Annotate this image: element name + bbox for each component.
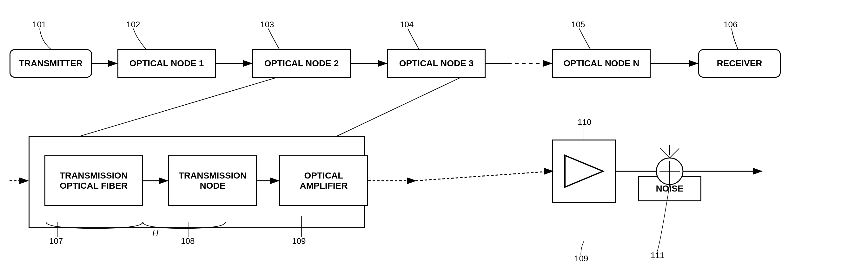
- ref-107: 107: [49, 236, 63, 246]
- svg-line-15: [416, 171, 552, 181]
- tx-node-box: TRANSMISSION NODE: [168, 155, 257, 206]
- ref-h: H: [152, 228, 158, 238]
- tx-fiber-box: TRANSMISSION OPTICAL FIBER: [44, 155, 143, 206]
- nodeN-box: OPTICAL NODE N: [552, 49, 651, 78]
- transmitter-box: TRANSMITTER: [9, 49, 92, 78]
- ref-109b: 109: [575, 254, 588, 264]
- ref-103: 103: [260, 20, 274, 30]
- receiver-box: RECEIVER: [698, 49, 781, 78]
- ref-109a: 109: [292, 236, 306, 246]
- ref-106: 106: [723, 20, 737, 30]
- noise-box: NOISE: [638, 176, 702, 201]
- ref-111: 111: [651, 250, 664, 260]
- ref-101: 101: [32, 20, 46, 30]
- svg-line-9: [79, 78, 276, 136]
- node2-box: OPTICAL NODE 2: [252, 49, 351, 78]
- ref-105: 105: [571, 20, 585, 30]
- node1-box: OPTICAL NODE 1: [117, 49, 216, 78]
- ref-108: 108: [181, 236, 194, 246]
- ref-104: 104: [400, 20, 413, 30]
- svg-marker-0: [565, 155, 603, 187]
- ref-110: 110: [578, 117, 591, 127]
- svg-line-10: [336, 78, 460, 136]
- svg-line-22: [660, 148, 670, 158]
- svg-line-23: [670, 148, 679, 158]
- ref-102: 102: [126, 20, 140, 30]
- node3-box: OPTICAL NODE 3: [387, 49, 486, 78]
- opt-amp-box: OPTICAL AMPLIFIER: [279, 155, 368, 206]
- amplifier-box: [552, 140, 616, 203]
